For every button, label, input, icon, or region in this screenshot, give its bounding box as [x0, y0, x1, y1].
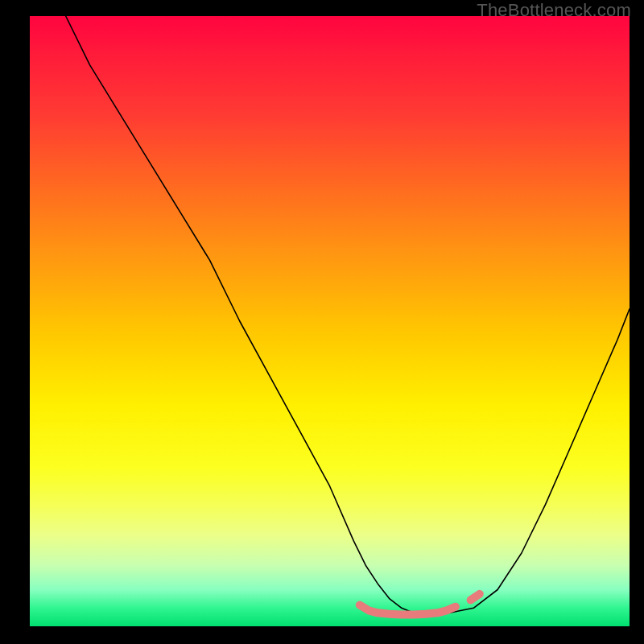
- plot-area: [30, 16, 630, 626]
- bottleneck-curve: [66, 16, 630, 614]
- zone-marker-right: [471, 594, 480, 601]
- curve-svg: [30, 16, 630, 626]
- chart-frame: TheBottleneck.com: [0, 0, 644, 644]
